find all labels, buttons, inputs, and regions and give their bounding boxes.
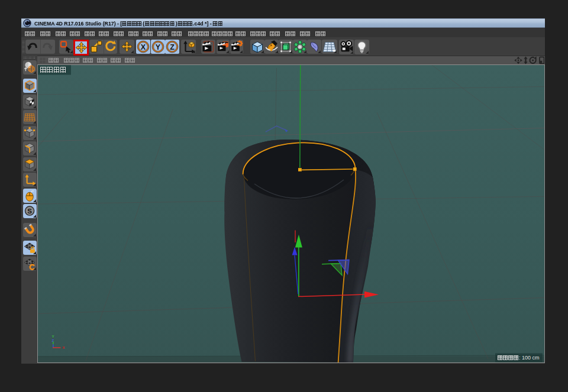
svg-text:Y: Y [155, 43, 160, 51]
svg-text:Z: Z [170, 43, 175, 51]
svg-text:X: X [141, 43, 146, 51]
svg-text:S: S [27, 208, 32, 215]
